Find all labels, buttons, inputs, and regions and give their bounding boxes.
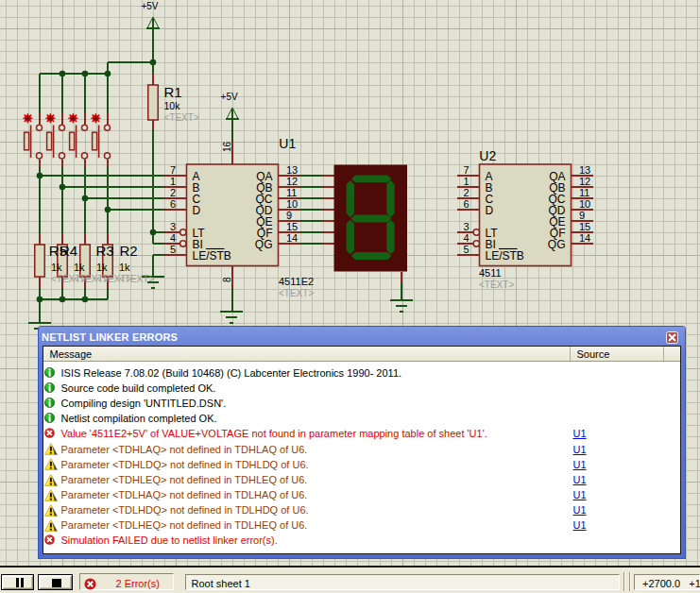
svg-text:U2: U2 xyxy=(479,148,496,163)
svg-text:1k: 1k xyxy=(74,262,85,273)
svg-text:LE/STB: LE/STB xyxy=(486,249,524,263)
svg-text:7: 7 xyxy=(463,164,469,176)
svg-text:1: 1 xyxy=(170,176,176,187)
svg-text:6: 6 xyxy=(170,198,176,210)
svg-text:LE/STB: LE/STB xyxy=(193,249,231,263)
svg-text:1k: 1k xyxy=(51,262,62,273)
svg-text:U1: U1 xyxy=(279,136,296,151)
svg-text:6: 6 xyxy=(463,198,469,210)
svg-text:13: 13 xyxy=(286,164,298,176)
svg-text:R1: R1 xyxy=(164,84,182,100)
svg-text:4511: 4511 xyxy=(479,267,502,279)
svg-text:10k: 10k xyxy=(164,100,181,111)
svg-text:R3: R3 xyxy=(96,243,114,259)
svg-text:R4: R4 xyxy=(60,243,77,259)
svg-text:8: 8 xyxy=(222,277,232,282)
svg-text:13: 13 xyxy=(579,164,590,176)
svg-text:D: D xyxy=(486,204,494,217)
svg-text:10: 10 xyxy=(579,198,590,210)
svg-text:11: 11 xyxy=(579,187,589,198)
svg-text:14: 14 xyxy=(286,232,298,244)
svg-text:9: 9 xyxy=(579,210,585,221)
svg-text:12: 12 xyxy=(579,176,590,187)
svg-text:5: 5 xyxy=(170,244,176,255)
svg-text:4: 4 xyxy=(463,232,469,244)
svg-text:1: 1 xyxy=(463,176,469,187)
svg-text:<TEXT>: <TEXT> xyxy=(119,274,154,284)
svg-text:<TEXT>: <TEXT> xyxy=(479,280,514,290)
svg-text:D: D xyxy=(193,204,201,217)
svg-text:5: 5 xyxy=(463,244,469,255)
svg-text:QG: QG xyxy=(548,238,566,251)
svg-text:R2: R2 xyxy=(120,243,138,259)
svg-text:15: 15 xyxy=(579,221,590,232)
svg-text:2: 2 xyxy=(170,187,176,198)
svg-text:<TEXT>: <TEXT> xyxy=(164,112,199,123)
svg-text:10: 10 xyxy=(286,198,298,210)
svg-text:3: 3 xyxy=(170,221,176,232)
svg-text:7: 7 xyxy=(170,164,176,176)
svg-text:4511E2: 4511E2 xyxy=(279,276,314,287)
svg-text:11: 11 xyxy=(286,187,297,198)
svg-text:4: 4 xyxy=(170,232,176,244)
svg-text:+5V: +5V xyxy=(221,92,238,102)
svg-text:15: 15 xyxy=(286,221,298,232)
svg-text:14: 14 xyxy=(579,232,590,244)
svg-text:+5V: +5V xyxy=(141,1,158,11)
svg-text:QG: QG xyxy=(255,238,273,251)
svg-text:1k: 1k xyxy=(96,262,108,273)
svg-text:<TEXT>: <TEXT> xyxy=(279,288,314,298)
svg-text:12: 12 xyxy=(286,176,298,187)
svg-text:2: 2 xyxy=(463,187,469,198)
svg-text:9: 9 xyxy=(286,210,292,221)
svg-text:16: 16 xyxy=(222,141,232,152)
svg-text:3: 3 xyxy=(463,221,469,232)
svg-text:1k: 1k xyxy=(119,262,130,273)
